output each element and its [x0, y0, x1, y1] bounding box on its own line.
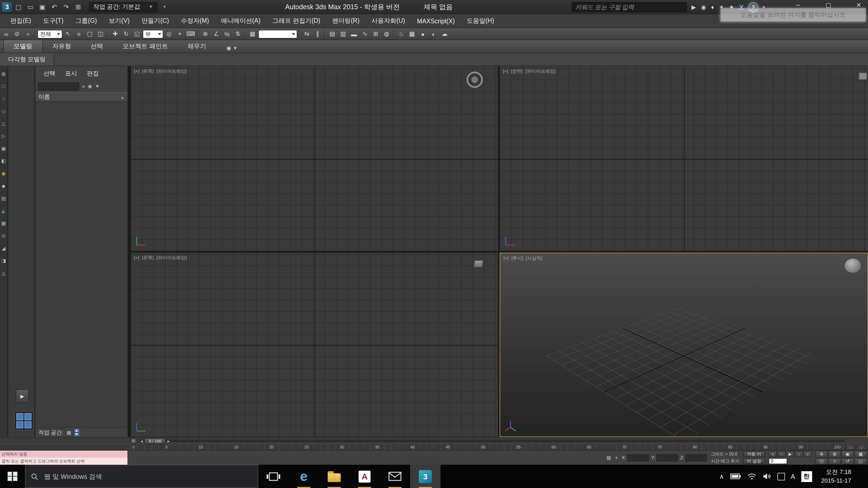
window-crossing-icon[interactable]: ◫ — [95, 29, 106, 39]
viewport-pov-button[interactable]: [투시] — [511, 255, 523, 262]
viewport-front[interactable]: [+] [앞면] [와이어프레임] — [500, 66, 868, 251]
add-time-tag-button[interactable]: 시간 태그 추가 — [711, 458, 739, 464]
network-wifi-icon[interactable] — [747, 473, 756, 480]
menu-item[interactable]: 사용자화(U) — [365, 14, 411, 28]
menu-item[interactable]: 보기(V) — [103, 14, 135, 28]
select-and-link-icon[interactable]: ∞ — [1, 29, 11, 39]
explorer-menu-display[interactable]: 표시 — [60, 69, 82, 77]
percent-snap-icon[interactable]: % — [222, 29, 232, 39]
material-editor-icon[interactable]: ◍ — [381, 29, 392, 39]
use-pivot-center-icon[interactable]: ◎ — [164, 29, 174, 39]
maximize-viewport-toggle[interactable]: ◱ — [855, 458, 867, 465]
schematic-view-icon[interactable]: ⊞ — [371, 29, 381, 39]
viewcube[interactable] — [474, 260, 484, 267]
tab-object-paint[interactable]: 오브젝트 페인트 — [113, 40, 178, 53]
filter-icon[interactable]: ▼ — [95, 84, 99, 89]
previous-key-button[interactable]: ‹ — [846, 445, 855, 450]
menu-item[interactable]: 편집(E) — [4, 14, 37, 28]
display-geometry-icon[interactable]: ○ — [0, 95, 7, 102]
next-frame-button[interactable]: › — [795, 451, 803, 457]
ribbon-display-dropdown[interactable]: ◉ ▾ — [221, 43, 241, 53]
unlink-selection-icon[interactable]: ⊘ — [12, 29, 22, 39]
undo-icon[interactable]: ↶ — [49, 1, 60, 12]
display-selected-icon[interactable]: □ — [0, 83, 7, 90]
viewcube[interactable] — [467, 72, 483, 88]
ime-latin-indicator[interactable]: A — [791, 473, 795, 480]
time-slider-handle[interactable]: 0 / 100 — [145, 438, 166, 444]
redo-icon[interactable]: ↷ — [61, 1, 72, 12]
zoom-extents-all-button[interactable]: ▩ — [855, 451, 867, 457]
display-groups-icon[interactable]: ◉ — [0, 170, 7, 177]
workspace-icon[interactable]: ▦ — [66, 430, 71, 435]
viewport-pov-button[interactable]: [앞면] — [511, 68, 522, 75]
hidden-icons-chevron[interactable]: ∧ — [719, 473, 724, 480]
viewcube[interactable] — [845, 259, 861, 273]
render-setup-icon[interactable]: ♨ — [396, 29, 406, 39]
menu-item[interactable]: 도움말(H) — [461, 14, 500, 28]
3ds-max-button[interactable]: 3 — [410, 465, 440, 488]
align-icon[interactable]: ∥ — [312, 29, 323, 39]
reference-coordinate-dropdown[interactable]: 뷰 — [143, 30, 163, 38]
display-spacewarps-icon[interactable]: ◧ — [0, 158, 7, 164]
select-by-name-icon[interactable]: ≡ — [74, 29, 84, 39]
maxscript-mini-listener[interactable]: 선택하지 않음 클릭 또는 클릭하고 드래그하여 오브젝트 선택 — [0, 451, 128, 465]
new-scene-icon[interactable]: ▢ — [13, 1, 24, 12]
display-lights-icon[interactable]: △ — [0, 120, 7, 127]
polygon-modeling-panel[interactable]: 다각형 모델링 — [0, 53, 54, 66]
coordinate-input[interactable] — [627, 454, 649, 461]
bind-to-space-warp-icon[interactable]: ≈ — [23, 29, 33, 39]
display-bones-icon[interactable]: ▤ — [0, 195, 7, 202]
scene-object-list[interactable] — [35, 102, 127, 427]
render-cloud-icon[interactable]: ☁ — [439, 29, 450, 39]
selection-filter-dropdown[interactable]: 전체 — [37, 30, 62, 38]
viewport-shading-button[interactable]: [와이어프레임] — [156, 255, 187, 261]
application-menu-button[interactable]: 3 — [2, 2, 12, 12]
select-and-move-icon[interactable]: ✚ — [110, 29, 120, 39]
viewport-menu-button[interactable]: [+] — [503, 68, 508, 75]
taskbar-clock[interactable]: 오전 7:18 2015-11-17 — [818, 468, 855, 485]
qat-customize-dropdown[interactable]: ▾ — [161, 4, 168, 9]
viewport-menu-button[interactable]: [+] — [134, 255, 139, 261]
explorer-flyout-button[interactable]: ▶ — [16, 389, 29, 403]
menu-item[interactable]: 그래프 편집기(D) — [267, 14, 326, 28]
display-influences-icon[interactable]: ◍ — [0, 70, 7, 77]
display-helpers-icon[interactable]: ▣ — [0, 145, 7, 152]
coordinate-input[interactable] — [685, 454, 707, 461]
acrobat-button[interactable]: A — [349, 465, 380, 488]
previous-frame-button[interactable]: ‹ — [777, 451, 785, 457]
next-key-button[interactable]: › — [857, 445, 866, 450]
zoom-extents-button[interactable]: ▣ — [841, 451, 854, 457]
tab-freeform[interactable]: 자유형 — [42, 40, 81, 53]
infocenter-expand-icon[interactable]: ▶ — [691, 3, 696, 10]
sort-icon[interactable]: ▲ — [120, 95, 124, 99]
viewport-left[interactable]: [+] [왼쪽] [와이어프레임] — [131, 253, 498, 437]
workspace-dropdown[interactable]: 작업 공간: 기본값 ▼ — [89, 2, 157, 12]
edit-named-selection-icon[interactable]: ▦ — [247, 29, 258, 39]
mirror-icon[interactable]: ⇆ — [302, 29, 312, 39]
pick-parent-icon[interactable]: ◬ — [0, 270, 7, 276]
lock-explorer-icon[interactable]: ◨ — [0, 258, 7, 264]
keyboard-override-icon[interactable]: ⌨ — [186, 29, 196, 39]
display-xrefs-icon[interactable]: ◆ — [0, 183, 7, 189]
go-to-start-button[interactable]: « — [769, 451, 777, 457]
play-button[interactable]: ▶ — [786, 451, 794, 457]
viewport-perspective-active[interactable]: [+] [투시] [사실적] — [500, 253, 868, 437]
selection-region-icon[interactable]: ▢ — [85, 29, 95, 39]
absolute-offset-toggle[interactable]: + — [615, 455, 618, 461]
ribbon-toggle-icon[interactable]: ▬ — [349, 29, 359, 39]
select-and-manipulate-icon[interactable]: ⌖ — [175, 29, 185, 39]
select-and-rotate-icon[interactable]: ↻ — [121, 29, 131, 39]
orbit-button[interactable]: ↺ — [841, 458, 854, 465]
set-key-button[interactable]: 키 설정 — [743, 458, 765, 464]
select-object-icon[interactable]: ↖ — [63, 29, 73, 39]
display-shapes-icon[interactable]: ◇ — [0, 108, 7, 115]
workspace-spinner[interactable] — [74, 429, 79, 436]
tab-modeling[interactable]: 모델링 — [3, 40, 42, 53]
mail-button[interactable] — [380, 465, 410, 488]
ime-korean-indicator[interactable]: 한 — [801, 471, 812, 482]
viewport-pov-button[interactable]: [위쪽] — [142, 68, 154, 75]
action-center-icon[interactable] — [777, 473, 785, 480]
battery-icon[interactable] — [730, 474, 741, 479]
open-file-icon[interactable]: ▭ — [25, 1, 36, 12]
viewport-menu-button[interactable]: [+] — [134, 68, 139, 75]
